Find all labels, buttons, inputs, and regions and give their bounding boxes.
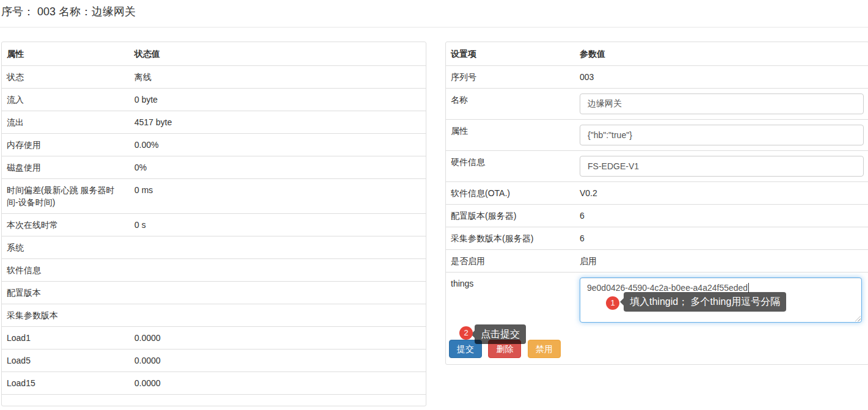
row-label: 软件信息 (2, 259, 129, 282)
hint-tooltip-1: 填入thingid； 多个thing用逗号分隔 (624, 292, 786, 312)
table-row: 本次在线时常0 s (2, 214, 426, 236)
row-label: Load1 (2, 327, 129, 350)
table-row: 系统 (2, 236, 426, 259)
table-row: Load50.0000 (2, 350, 426, 372)
row-label: 流出 (2, 111, 129, 134)
row-value: 0.0000 (129, 372, 426, 395)
row-value (575, 89, 868, 120)
text-caret (748, 283, 749, 293)
row-value: 0 byte (129, 89, 426, 111)
table-row: Load150.0000 (2, 372, 426, 395)
page-title: 序号： 003 名称：边缘网关 (1, 4, 136, 19)
row-label: 状态 (2, 66, 129, 89)
row-value (129, 282, 426, 304)
row-label: Load5 (2, 350, 129, 372)
row-label: 系统 (2, 236, 129, 259)
device-status-panel: 属性 状态值 状态离线 流入0 byte 流出4517 byte 内存使用0.0… (1, 42, 426, 406)
settings-col-header-value: 参数值 (575, 42, 868, 66)
header-divider (0, 27, 868, 27)
row-value: 0.0000 (129, 350, 426, 372)
row-label: 磁盘使用 (2, 156, 129, 179)
row-label: 本次在线时常 (2, 214, 129, 236)
row-label: 硬件信息 (446, 151, 575, 182)
serial-number-value: 003 (575, 66, 868, 89)
row-label: 软件信息(OTA.) (446, 182, 575, 205)
table-row: 状态离线 (2, 66, 426, 89)
row-value: 0.0000 (129, 327, 426, 350)
row-label: 采集参数版本 (2, 304, 129, 327)
row-label: 采集参数版本(服务器) (446, 227, 575, 250)
status-col-header-value: 状态值 (129, 42, 426, 66)
table-row: 时间偏差(最新心跳 服务器时间-设备时间)0 ms (2, 179, 426, 214)
attributes-input[interactable] (580, 125, 864, 145)
resize-grip-icon[interactable] (854, 315, 861, 321)
hardware-info-input[interactable] (580, 156, 864, 177)
table-row: 内存使用0.00% (2, 134, 426, 156)
settings-table: 设置项 参数值 序列号 003 名称 属性 硬件信息 (446, 42, 868, 328)
row-value (575, 151, 868, 182)
table-row: 属性 (446, 120, 868, 151)
row-value: 4517 byte (129, 111, 426, 134)
enabled-value: 启用 (575, 250, 868, 273)
settings-col-header-item: 设置项 (446, 42, 575, 66)
software-info-value: V0.2 (575, 182, 868, 205)
row-label: 是否启用 (446, 250, 575, 273)
table-row: 序列号 003 (446, 66, 868, 89)
row-value: 0 ms (129, 179, 426, 214)
table-row: 磁盘使用0% (2, 156, 426, 179)
table-row: 软件信息(OTA.) V0.2 (446, 182, 868, 205)
collect-param-version-value: 6 (575, 227, 868, 250)
row-label: things (446, 273, 575, 328)
row-value (129, 259, 426, 282)
row-value (575, 120, 868, 151)
row-label: 名称 (446, 89, 575, 120)
table-row: 硬件信息 (446, 151, 868, 182)
table-row: 是否启用 启用 (446, 250, 868, 273)
status-col-header-attribute: 属性 (2, 42, 129, 66)
hint-tooltip-2: 点击提交 (475, 324, 526, 344)
things-text: 9e0d0426-4590-4c2a-b0ee-a4a24f55eded (587, 283, 748, 293)
row-value (129, 304, 426, 327)
table-row: 采集参数版本 (2, 304, 426, 327)
table-row: 采集参数版本(服务器) 6 (446, 227, 868, 250)
row-label: 流入 (2, 89, 129, 111)
row-value (129, 236, 426, 259)
row-label: 时间偏差(最新心跳 服务器时间-设备时间) (2, 179, 129, 214)
row-label: 配置版本 (2, 282, 129, 304)
row-value: 离线 (129, 66, 426, 89)
table-row: 软件信息 (2, 259, 426, 282)
row-label: 内存使用 (2, 134, 129, 156)
table-row: 配置版本(服务器) 6 (446, 205, 868, 227)
hint-badge-2[interactable]: 2 (459, 326, 473, 340)
table-row: 流入0 byte (2, 89, 426, 111)
name-input[interactable] (580, 93, 864, 114)
disable-button[interactable]: 禁用 (528, 340, 561, 358)
row-value: 0% (129, 156, 426, 179)
device-settings-panel: 设置项 参数值 序列号 003 名称 属性 硬件信息 (445, 42, 868, 365)
row-label: Load15 (2, 372, 129, 395)
row-value: 0 s (129, 214, 426, 236)
hint-badge-1[interactable]: 1 (606, 296, 619, 310)
settings-table-header-row: 设置项 参数值 (446, 42, 868, 66)
status-table: 属性 状态值 状态离线 流入0 byte 流出4517 byte 内存使用0.0… (2, 42, 426, 395)
table-row: 名称 (446, 89, 868, 120)
row-label: 属性 (446, 120, 575, 151)
row-value: 0.00% (129, 134, 426, 156)
config-version-value: 6 (575, 205, 868, 227)
row-label: 序列号 (446, 66, 575, 89)
status-table-header-row: 属性 状态值 (2, 42, 426, 66)
row-label: 配置版本(服务器) (446, 205, 575, 227)
table-row: Load10.0000 (2, 327, 426, 350)
table-row: 配置版本 (2, 282, 426, 304)
table-row: 流出4517 byte (2, 111, 426, 134)
